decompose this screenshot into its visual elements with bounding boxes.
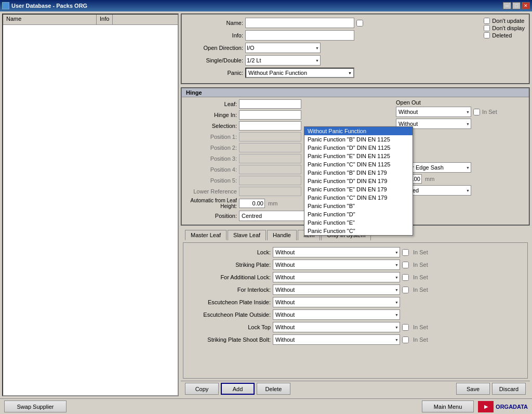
- position2-label: Position 2:: [185, 145, 237, 151]
- interlock-label: For Interlock:: [188, 287, 271, 293]
- dropdown-item-0[interactable]: Without Panic Function: [304, 127, 413, 135]
- dont-update-label: Don't update: [492, 18, 524, 24]
- position1-input: [239, 132, 301, 141]
- lock-top-in-set-check[interactable]: [402, 324, 409, 331]
- name-row: Name:: [186, 18, 525, 28]
- striking-shoot-in-set-check[interactable]: [402, 337, 409, 343]
- striking-shoot-select[interactable]: Without: [273, 334, 400, 345]
- dropdown-item-7[interactable]: Panic Function "E" DIN EN 179: [304, 185, 413, 193]
- open-direction-select[interactable]: I/O: [245, 43, 321, 53]
- open-direction-label: Open Direction:: [186, 45, 243, 51]
- striking-plate-select[interactable]: Without: [273, 260, 400, 270]
- additional-lock-in-set-label: In Set: [413, 274, 428, 280]
- save-button[interactable]: Save: [456, 383, 490, 395]
- panic-dropdown: Without Panic Function Panic Function "B…: [304, 126, 413, 236]
- main-menu-button[interactable]: Main Menu: [422, 400, 474, 412]
- additional-lock-in-set-check[interactable]: [402, 274, 409, 281]
- hinge-in-row: Hinge In:: [185, 110, 392, 120]
- panic-field-container: Without Panic Function Without Panic Fun…: [245, 68, 354, 78]
- dropdown-item-11[interactable]: Panic Function "E": [304, 218, 413, 227]
- dont-display-label: Don't display: [492, 25, 525, 31]
- additional-lock-wrapper: Without: [273, 272, 400, 282]
- window-title: User Database - Packs ORG: [11, 3, 87, 9]
- open-out-select1-wrapper: Without: [396, 107, 471, 117]
- info-label: Info:: [186, 32, 243, 38]
- swap-supplier-button[interactable]: Swap Supplier: [4, 400, 66, 412]
- open-out-select1[interactable]: Without: [396, 107, 471, 117]
- lock-select-wrapper: Without: [273, 247, 400, 257]
- minimize-button[interactable]: ─: [503, 2, 511, 9]
- lock-top-row: Lock Top Without In Set: [188, 322, 523, 332]
- additional-lock-select[interactable]: Without: [273, 272, 400, 282]
- escutcheon-outside-wrapper: Without: [273, 309, 400, 320]
- name-column-header: Name: [3, 15, 97, 24]
- lock-label: Lock:: [188, 249, 271, 255]
- footer-bar: Swap Supplier Main Menu ▶ ORGADATA: [0, 398, 532, 414]
- escutcheon-inside-row: Escutcheon Plate Inside: Without: [188, 297, 523, 307]
- lock-top-select[interactable]: Without: [273, 322, 400, 332]
- dont-display-checkbox[interactable]: [484, 25, 490, 31]
- bottom-right-buttons: Save Discard: [456, 383, 526, 395]
- position4-label: Position 4:: [185, 166, 237, 173]
- close-button[interactable]: ✕: [522, 2, 530, 9]
- leaf-input[interactable]: [239, 99, 301, 109]
- interlock-select[interactable]: Without: [273, 284, 400, 295]
- single-double-select[interactable]: 1/2 Lt: [245, 55, 321, 66]
- name-input[interactable]: [245, 18, 354, 28]
- striking-plate-row: Striking Plate: Without In Set: [188, 260, 523, 270]
- interlock-wrapper: Without: [273, 284, 400, 295]
- dropdown-item-4[interactable]: Panic Function "C" DIN EN 1125: [304, 160, 413, 169]
- tab-slave-leaf[interactable]: Slave Leaf: [228, 230, 266, 240]
- lock-in-set-check[interactable]: [402, 249, 409, 256]
- right-checkboxes: Don't update Don't display Deleted: [484, 18, 525, 38]
- discard-button[interactable]: Discard: [492, 383, 526, 395]
- deleted-checkbox[interactable]: [484, 32, 490, 38]
- single-double-wrapper: 1/2 Lt: [245, 55, 321, 66]
- dropdown-item-10[interactable]: Panic Function "D": [304, 210, 413, 218]
- tab-master-leaf[interactable]: Master Leaf: [185, 230, 227, 240]
- additional-lock-label: For Additional Lock:: [188, 274, 271, 280]
- dont-update-checkbox[interactable]: [484, 18, 490, 24]
- deleted-label: Deleted: [492, 32, 512, 38]
- delete-button[interactable]: Delete: [257, 383, 290, 395]
- copy-button[interactable]: Copy: [185, 383, 219, 395]
- title-bar: User Database - Packs ORG ─ □ ✕: [0, 0, 532, 11]
- position-label: Position:: [185, 213, 237, 219]
- dropdown-item-12[interactable]: Panic Function "C": [304, 227, 413, 235]
- lock-select[interactable]: Without: [273, 247, 400, 257]
- striking-shoot-in-set-label: In Set: [413, 337, 428, 343]
- selection-input[interactable]: [239, 121, 301, 131]
- escutcheon-inside-select[interactable]: Without: [273, 297, 400, 307]
- left-panel: Name Info: [2, 14, 179, 396]
- interlock-in-set-check[interactable]: [402, 287, 409, 293]
- escutcheon-inside-wrapper: Without: [273, 297, 400, 307]
- striking-plate-in-set-check[interactable]: [402, 262, 409, 268]
- auto-leaf-input[interactable]: [239, 199, 265, 208]
- single-double-row: Single/Double: 1/2 Lt: [186, 55, 525, 66]
- striking-plate-in-set-label: In Set: [413, 262, 428, 268]
- position-select[interactable]: Centred: [239, 211, 314, 221]
- panic-label: Panic:: [186, 70, 243, 76]
- hinge-in-input[interactable]: [239, 110, 301, 120]
- name-checkbox[interactable]: [356, 20, 363, 27]
- add-button[interactable]: Add: [221, 383, 255, 395]
- escutcheon-outside-select[interactable]: Without: [273, 309, 400, 320]
- top-form-area: Don't update Don't display Deleted Name:…: [181, 14, 530, 84]
- dropdown-item-1[interactable]: Panic Function "B" DIN EN 1125: [304, 135, 413, 144]
- lock-top-label: Lock Top: [188, 324, 271, 330]
- dropdown-item-2[interactable]: Panic Function "D" DIN EN 1125: [304, 144, 413, 152]
- dropdown-item-6[interactable]: Panic Function "D" DIN EN 179: [304, 177, 413, 185]
- dropdown-item-9[interactable]: Panic Function "B": [304, 202, 413, 210]
- tab-handle[interactable]: Handle: [267, 230, 297, 240]
- dropdown-item-8[interactable]: Panic Function "C" DIN EN 179: [304, 193, 413, 202]
- maximize-button[interactable]: □: [512, 2, 521, 9]
- dropdown-item-3[interactable]: Panic Function "E" DIN EN 1125: [304, 152, 413, 160]
- position5-input: [239, 176, 301, 185]
- escutcheon-inside-label: Escutcheon Plate Inside:: [188, 299, 271, 305]
- dropdown-item-5[interactable]: Panic Function "B" DIN EN 179: [304, 169, 413, 177]
- in-set-check1[interactable]: [473, 109, 480, 115]
- info-input[interactable]: [245, 30, 354, 41]
- panic-select[interactable]: Without Panic Function: [245, 68, 354, 78]
- striking-plate-label: Striking Plate:: [188, 262, 271, 268]
- striking-shoot-row: Striking Plate Shoot Bolt: Without In Se…: [188, 334, 523, 345]
